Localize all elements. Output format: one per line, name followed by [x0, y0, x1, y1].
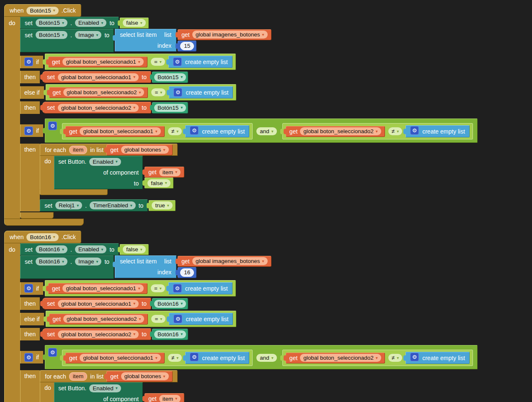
select-list-item-body[interactable]: select list item list index — [115, 29, 176, 52]
not-equals-comparison-block[interactable]: get global boton_seleccionado1▾ ≠▾ ⚙ cre… — [62, 350, 253, 366]
get-seleccionado2-block[interactable]: get global boton_seleccionado2▾ — [49, 87, 148, 98]
and-block[interactable]: ⚙ get global boton_seleccionado1▾ ≠▾ ⚙ — [45, 119, 478, 143]
property-dropdown[interactable]: Enabled▾ — [89, 384, 121, 392]
not-equals-comparison-block[interactable]: get global boton_seleccionado2▾ ≠▾ ⚙ cre… — [282, 350, 473, 366]
variable-dropdown[interactable]: global boton_seleccionado1▾ — [62, 284, 143, 292]
mutator-gear-icon[interactable]: ⚙ — [190, 353, 199, 361]
mutator-gear-icon[interactable]: ⚙ — [173, 284, 182, 293]
variable-dropdown[interactable]: global botones▾ — [121, 372, 169, 380]
operator-dropdown[interactable]: ≠▾ — [388, 127, 402, 135]
create-empty-list-block[interactable]: ⚙ create empty list — [185, 125, 249, 137]
when-click-event-block[interactable]: when Botón15▾ .Click do set Botón15▾ . E… — [4, 4, 532, 226]
equals-comparison-block[interactable]: get global boton_seleccionado1▾ =▾ ⚙ cre… — [45, 280, 236, 296]
set-seleccionado1-block[interactable]: set global boton_seleccionado1▾ to — [42, 71, 151, 83]
create-empty-list-block[interactable]: ⚙ create empty list — [169, 313, 233, 325]
if-else-block[interactable]: ⚙ if get global boton_seleccionado1▾ =▾ … — [20, 54, 236, 115]
create-empty-list-block[interactable]: ⚙ create empty list — [405, 125, 470, 137]
variable-dropdown[interactable]: global boton_seleccionado1▾ — [58, 300, 139, 308]
set-image-block[interactable]: set Botón16▾ . Image▾ to — [20, 255, 114, 279]
mutator-gear-icon[interactable]: ⚙ — [173, 314, 182, 323]
create-empty-list-block[interactable]: ⚙ create empty list — [169, 86, 233, 98]
mutator-gear-icon[interactable]: ⚙ — [24, 126, 33, 135]
false-block[interactable]: false▾ — [120, 244, 149, 255]
number-field[interactable]: 16 — [180, 268, 194, 277]
get-seleccionado2-block[interactable]: get global boton_seleccionado2▾ — [49, 314, 148, 325]
create-empty-list-block[interactable]: ⚙ create empty list — [168, 282, 232, 294]
variable-dropdown[interactable]: global boton_seleccionado2▾ — [300, 127, 381, 135]
operator-dropdown[interactable]: =▾ — [151, 58, 165, 66]
get-seleccionado1-block[interactable]: get global boton_seleccionado1▾ — [48, 283, 147, 294]
mutator-gear-icon[interactable]: ⚙ — [410, 126, 419, 135]
create-empty-list-block[interactable]: ⚙ create empty list — [185, 352, 249, 364]
get-seleccionado2-block[interactable]: get global boton_seleccionado2▾ — [286, 353, 385, 363]
variable-dropdown[interactable]: item▾ — [159, 395, 181, 402]
variable-dropdown[interactable]: global boton_seleccionado2▾ — [58, 104, 139, 112]
select-list-item-body[interactable]: select list item list index — [115, 255, 176, 278]
set-seleccionado2-block[interactable]: set global boton_seleccionado2▾ to — [42, 328, 151, 340]
equals-comparison-block[interactable]: get global boton_seleccionado2▾ =▾ ⚙ cre… — [46, 311, 237, 327]
true-block[interactable]: true▾ — [149, 200, 175, 211]
logic-value-dropdown[interactable]: false▾ — [123, 245, 146, 253]
logic-value-dropdown[interactable]: false▾ — [147, 179, 170, 187]
mutator-gear-icon[interactable]: ⚙ — [24, 284, 33, 293]
variable-dropdown[interactable]: global boton_seleccionado2▾ — [300, 354, 381, 362]
create-empty-list-block[interactable]: ⚙ create empty list — [405, 352, 470, 364]
mutator-gear-icon[interactable]: ⚙ — [173, 88, 182, 97]
mutator-gear-icon[interactable]: ⚙ — [410, 353, 419, 361]
set-seleccionado2-block[interactable]: set global boton_seleccionado2▾ to — [42, 102, 151, 113]
operator-dropdown[interactable]: =▾ — [151, 315, 165, 323]
for-each-block[interactable]: for each item in list get global botones… — [40, 370, 184, 402]
get-seleccionado1-block[interactable]: get global boton_seleccionado1▾ — [65, 353, 165, 363]
variable-dropdown[interactable]: item▾ — [159, 168, 181, 176]
number-field[interactable]: 15 — [180, 42, 194, 50]
get-global-botones-block[interactable]: get global botones▾ — [106, 371, 172, 382]
operator-dropdown[interactable]: ≠▾ — [388, 354, 402, 362]
property-dropdown[interactable]: Image▾ — [75, 258, 102, 265]
component-value-block[interactable]: Botón16▾ — [152, 298, 188, 309]
mutator-gear-icon[interactable]: ⚙ — [48, 121, 57, 130]
operator-dropdown[interactable]: ≠▾ — [168, 127, 182, 135]
get-seleccionado1-block[interactable]: get global boton_seleccionado1▾ — [65, 126, 165, 137]
event-header[interactable]: when Botón15▾ .Click — [4, 4, 81, 17]
and-operator-dropdown[interactable]: and▾ — [256, 354, 277, 362]
property-dropdown[interactable]: Image▾ — [75, 31, 102, 39]
variable-dropdown[interactable]: global boton_seleccionado2▾ — [63, 315, 144, 323]
variable-dropdown[interactable]: global boton_seleccionado1▾ — [62, 58, 143, 66]
variable-dropdown[interactable]: global boton_seleccionado1▾ — [80, 354, 160, 362]
not-equals-comparison-block[interactable]: get global boton_seleccionado2▾ ≠▾ ⚙ cre… — [282, 123, 473, 139]
component-dropdown[interactable]: Botón15▾ — [154, 73, 186, 81]
operator-dropdown[interactable]: ≠▾ — [168, 354, 182, 362]
loop-variable-field[interactable]: item — [69, 146, 88, 154]
select-list-item-block[interactable]: select list item list index get global i… — [115, 255, 271, 278]
component-dropdown[interactable]: Botón16▾ — [154, 300, 186, 308]
component-dropdown[interactable]: Botón15▾ — [36, 19, 67, 27]
equals-comparison-block[interactable]: get global boton_seleccionado2▾ =▾ ⚙ cre… — [46, 84, 237, 100]
not-equals-comparison-block[interactable]: get global boton_seleccionado1▾ ≠▾ ⚙ cre… — [62, 123, 253, 139]
for-each-block[interactable]: for each item in list get global botones… — [40, 144, 184, 195]
variable-dropdown[interactable]: global botones▾ — [121, 146, 169, 154]
component-dropdown[interactable]: Botón16▾ — [36, 245, 67, 253]
blocks-workspace[interactable]: when Botón15▾ .Click do set Botón15▾ . E… — [0, 0, 532, 402]
set-enabled-block[interactable]: set Botón16▾ . Enabled▾ to — [20, 243, 119, 255]
if-and-block[interactable]: ⚙ if ⚙ get global boton_seleccionado1▾ ≠ — [20, 345, 478, 402]
variable-dropdown[interactable]: global imagenes_botones▾ — [192, 257, 268, 265]
mutator-gear-icon[interactable]: ⚙ — [24, 353, 33, 362]
number-block[interactable]: 15 — [178, 41, 196, 52]
get-global-imagenes-block[interactable]: get global imagenes_botones▾ — [178, 256, 271, 267]
mutator-gear-icon[interactable]: ⚙ — [24, 57, 33, 66]
property-dropdown[interactable]: TimerEnabled▾ — [90, 201, 136, 209]
if-else-block[interactable]: ⚙ if get global boton_seleccionado1▾ =▾ … — [20, 280, 236, 341]
set-seleccionado1-block[interactable]: set global boton_seleccionado1▾ to — [42, 298, 151, 309]
get-item-block[interactable]: get item▾ — [145, 167, 184, 178]
variable-dropdown[interactable]: global imagenes_botones▾ — [192, 31, 268, 39]
logic-value-dropdown[interactable]: true▾ — [152, 201, 172, 209]
variable-dropdown[interactable]: global boton_seleccionado2▾ — [58, 330, 139, 338]
and-operator-dropdown[interactable]: and▾ — [256, 127, 277, 135]
mutator-gear-icon[interactable]: ⚙ — [173, 57, 182, 66]
property-dropdown[interactable]: Enabled▾ — [75, 245, 107, 253]
property-dropdown[interactable]: Enabled▾ — [89, 158, 121, 166]
component-dropdown[interactable]: Reloj1▾ — [55, 201, 82, 209]
if-and-block[interactable]: ⚙ if ⚙ get global boton_seleccionado1▾ ≠ — [20, 119, 478, 219]
event-component-dropdown[interactable]: Botón16▾ — [26, 233, 58, 241]
number-block[interactable]: 16 — [178, 267, 196, 278]
